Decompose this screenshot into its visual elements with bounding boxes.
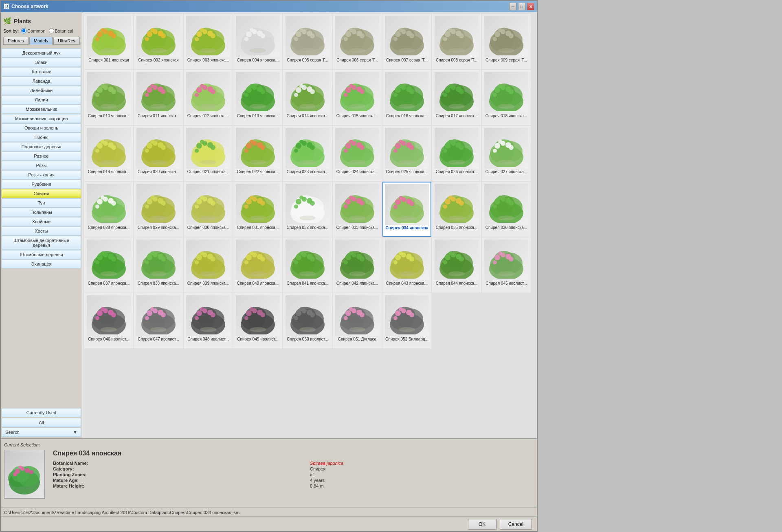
plant-item-41[interactable]: Спирея 041 японска... [283,237,332,292]
plant-item-26[interactable]: Спирея 026 японска... [432,126,481,181]
tab-pictures[interactable]: Pictures [3,37,29,45]
sidebar-item-рудбекия[interactable]: Рудбекия [2,180,81,189]
plant-item-5[interactable]: Спирея 005 серая 'Г... [283,14,332,69]
sidebar-item-хвойные[interactable]: Хвойные [2,217,81,226]
plant-item-19[interactable]: Спирея 019 японска... [84,126,133,181]
sidebar-item-лилии[interactable]: Лилии [2,95,81,104]
sidebar-item-пионы[interactable]: Пионы [2,133,81,142]
plant-item-10[interactable]: Спирея 010 японска... [84,70,133,125]
plant-thumb-23 [286,128,329,169]
tab-models[interactable]: Models [29,37,53,45]
plant-item-49[interactable]: Спирея 049 иволист... [233,293,282,348]
plant-item-22[interactable]: Спирея 022 японска... [233,126,282,181]
sidebar-item-декоративный-лук[interactable]: Декоративный лук [2,48,81,57]
sidebar-item-туи[interactable]: Туи [2,198,81,207]
svg-point-481 [459,257,464,262]
plant-item-27[interactable]: Спирея 027 японска... [482,126,531,181]
plant-item-48[interactable]: Спирея 048 иволист... [184,293,233,348]
plant-item-1[interactable]: Спирея 001 японская [84,14,133,69]
minimize-button[interactable]: ─ [509,3,516,10]
ok-button[interactable]: OK [468,519,496,530]
svg-point-282 [448,140,453,144]
sidebar-item-спирея[interactable]: Спирея [2,189,81,198]
plant-item-34[interactable]: Спирея 034 японская [382,182,431,237]
plant-item-14[interactable]: Спирея 014 японска... [283,70,332,125]
sidebar-item-котовник[interactable]: Котовник [2,67,81,76]
plant-item-3[interactable]: Спирея 003 японска... [184,14,233,69]
sidebar-item-эхинацея[interactable]: Эхинацея [2,259,81,268]
plant-item-43[interactable]: Спирея 043 японска... [382,237,431,292]
maximize-button[interactable]: □ [518,3,525,10]
plant-item-35[interactable]: Спирея 035 японска... [432,182,481,237]
svg-point-283 [459,145,464,150]
sidebar-item-злаки[interactable]: Злаки [2,58,81,67]
plant-item-31[interactable]: Спирея 031 японска... [233,182,282,237]
plant-item-12[interactable]: Спирея 012 японска... [184,70,233,125]
currently-used-button[interactable]: Currently Used [2,408,81,417]
all-button[interactable]: All [2,418,81,427]
plant-item-25[interactable]: Спирея 025 японска... [382,126,431,181]
plant-item-2[interactable]: Спирея 002 японская [134,14,183,69]
sidebar-item-лаванда[interactable]: Лаванда [2,77,81,86]
plant-item-29[interactable]: Спирея 029 японска... [134,182,183,237]
plant-item-47[interactable]: Спирея 047 иволист... [134,293,183,348]
plant-item-37[interactable]: Спирея 037 японска... [84,237,133,292]
plant-item-23[interactable]: Спирея 023 японска... [283,126,332,181]
plant-grid[interactable]: Спирея 001 японскаяСпирея 002 японскаяСп… [82,12,537,438]
plant-item-9[interactable]: Спирея 009 серая 'Т... [482,14,531,69]
sidebar-item-розы[interactable]: Розы [2,161,81,170]
sidebar-item-штамбовые-деревья[interactable]: Штамбовые деревья [2,250,81,259]
plant-item-52[interactable]: Спирея 052 Биллард... [382,293,431,348]
svg-point-184 [459,89,464,94]
cancel-button[interactable]: Cancel [500,519,532,530]
plant-item-24[interactable]: Спирея 024 японска... [333,126,382,181]
plant-item-4[interactable]: Спирея 004 японска... [233,14,282,69]
sidebar-item-овощи-и-зелень[interactable]: Овощи и зелень [2,123,81,132]
tab-ultrares[interactable]: UltraRes [53,37,80,45]
plant-item-45[interactable]: Спирея 045 иволист... [482,237,531,292]
sidebar-item-штамбовые-декоративные-деревья[interactable]: Штамбовые декоративные деревья [2,236,81,250]
plant-item-8[interactable]: Спирея 008 серая 'Т... [432,14,481,69]
plant-item-21[interactable]: Спирея 021 японска... [184,126,233,181]
plant-item-50[interactable]: Спирея 050 иволист... [283,293,332,348]
plant-item-6[interactable]: Спирея 006 серая 'Г... [333,14,382,69]
plant-thumb-32 [286,184,329,224]
search-dropdown-arrow[interactable]: ▼ [73,430,77,435]
plant-item-51[interactable]: Спирея 051 Дугласа [333,293,382,348]
search-button[interactable]: Search ▼ [2,428,81,437]
sidebar-item-можжевельник[interactable]: Можжевельник [2,105,81,114]
sidebar-item-плодовые-деревья[interactable]: Плодовые деревья [2,142,81,151]
plant-item-18[interactable]: Спирея 018 японска... [482,70,531,125]
plant-item-7[interactable]: Спирея 007 серая 'Т... [382,14,431,69]
sidebar-item-лилейники[interactable]: Лилейники [2,86,81,95]
sidebar-item-хосты[interactable]: Хосты [2,226,81,235]
plant-item-36[interactable]: Спирея 036 японска... [482,182,531,237]
plant-item-13[interactable]: Спирея 013 японска... [233,70,282,125]
sidebar-item-можжевельник-сокращен[interactable]: Можжевельник сокращен [2,114,81,123]
plant-item-11[interactable]: Спирея 011 японска... [134,70,183,125]
plant-item-42[interactable]: Спирея 042 японска... [333,237,382,292]
sort-botanical-radio[interactable] [49,28,54,33]
sort-common-label[interactable]: Common [21,28,46,33]
plant-item-20[interactable]: Спирея 020 японска... [134,126,183,181]
plant-item-17[interactable]: Спирея 017 японска... [432,70,481,125]
plant-item-46[interactable]: Спирея 046 иволист... [84,293,133,348]
sidebar-item-тюльпаны[interactable]: Тюльпаны [2,208,81,217]
plant-item-16[interactable]: Спирея 016 японска... [382,70,431,125]
sort-common-radio[interactable] [21,28,26,33]
plant-item-32[interactable]: Спирея 032 японска... [283,182,332,237]
plant-item-40[interactable]: Спирея 040 японска... [233,237,282,292]
plant-item-39[interactable]: Спирея 039 японска... [184,237,233,292]
svg-point-118 [161,89,166,94]
plant-item-28[interactable]: Спирея 028 японска... [84,182,133,237]
close-button[interactable]: ✕ [527,3,534,10]
plant-item-44[interactable]: Спирея 044 японска... [432,237,481,292]
plant-item-33[interactable]: Спирея 033 японска... [333,182,382,237]
sidebar-item-разное[interactable]: Разное [2,152,81,160]
plant-item-38[interactable]: Спирея 038 японска... [134,237,183,292]
sort-botanical-label[interactable]: Botanical [49,28,73,33]
sidebar-item-розы---копия[interactable]: Розы - копия [2,170,81,179]
plant-item-30[interactable]: Спирея 030 японска... [184,182,233,237]
category-list[interactable]: Декоративный лукЗлакиКотовникЛавандаЛиле… [1,48,82,407]
plant-item-15[interactable]: Спирея 015 японска... [333,70,382,125]
